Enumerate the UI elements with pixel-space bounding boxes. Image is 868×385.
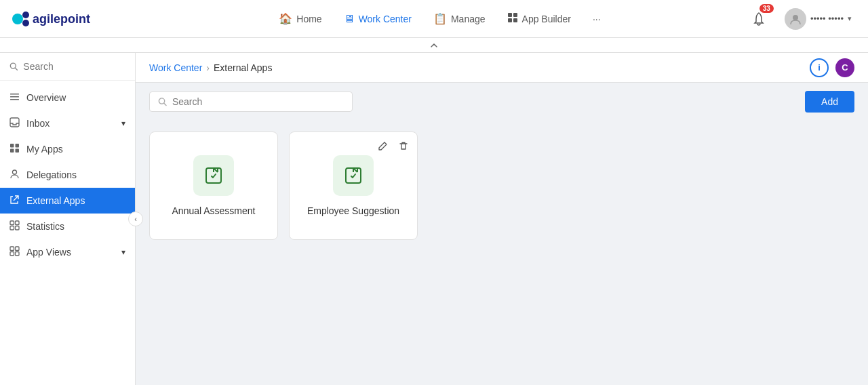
home-icon: 🏠	[279, 12, 292, 25]
cards-area: Annual Assessment	[136, 121, 868, 385]
more-icon: ···	[593, 14, 601, 24]
sidebar-item-appviews[interactable]: App Views ▾	[0, 239, 135, 265]
manage-icon: 📋	[433, 12, 447, 25]
sidebar-item-overview-label: Overview	[26, 92, 66, 103]
sidebar-item-statistics-label: Statistics	[26, 221, 64, 232]
annual-assessment-icon-wrap	[193, 155, 234, 196]
nav-links: 🏠 Home 🖥 Work Center 📋 Manage App Builde…	[133, 7, 747, 31]
svg-point-8	[793, 15, 798, 20]
svg-point-0	[12, 14, 23, 24]
svg-rect-26	[16, 247, 20, 251]
sidebar-item-externalapps-label: External Apps	[26, 195, 85, 206]
svg-rect-28	[16, 252, 20, 256]
nav-more[interactable]: ···	[583, 8, 610, 30]
sidebar-nav: Overview Inbox ▾	[0, 81, 135, 385]
nav-manage-label: Manage	[451, 14, 486, 24]
svg-line-10	[15, 68, 17, 70]
nav-manage[interactable]: 📋 Manage	[424, 7, 495, 31]
appviews-chevron-icon: ▾	[121, 247, 125, 257]
svg-point-1	[22, 12, 29, 18]
chevron-down-icon: ▾	[848, 14, 852, 23]
svg-point-19	[13, 170, 17, 174]
user-avatar-purple[interactable]: C	[835, 58, 854, 77]
svg-rect-15	[10, 144, 14, 148]
delegations-icon	[9, 169, 20, 181]
svg-text:agilepoint: agilepoint	[33, 12, 90, 26]
cards-grid: Annual Assessment	[149, 131, 854, 240]
avatar-initials: C	[842, 62, 848, 73]
svg-rect-16	[16, 144, 20, 148]
nav-right: 33 ••••• ••••• ▾	[747, 5, 857, 33]
collapse-bar[interactable]	[0, 38, 868, 53]
sidebar-item-overview[interactable]: Overview	[0, 85, 135, 110]
sidebar-item-statistics[interactable]: Statistics	[0, 214, 135, 239]
content-search-icon	[158, 97, 167, 106]
svg-rect-25	[10, 247, 14, 251]
logo: agilepoint	[11, 8, 106, 30]
breadcrumb-parent[interactable]: Work Center	[149, 62, 202, 73]
nav-home-label: Home	[296, 14, 321, 24]
sidebar-item-inbox[interactable]: Inbox ▾	[0, 110, 135, 136]
employee-suggestion-label: Employee Suggestion	[307, 205, 399, 216]
nav-appbuilder-label: App Builder	[522, 14, 571, 24]
card-employee-suggestion-actions	[375, 138, 412, 154]
employee-suggestion-icon-wrap	[333, 155, 374, 196]
svg-rect-27	[10, 252, 14, 256]
notification-badge: 33	[760, 4, 774, 13]
appbuilder-icon	[507, 12, 518, 26]
svg-rect-22	[16, 221, 20, 225]
user-name-label: ••••• •••••	[810, 14, 844, 24]
header-actions: i C	[810, 58, 854, 77]
svg-rect-5	[513, 13, 517, 17]
workcenter-icon: 🖥	[344, 13, 355, 25]
info-button[interactable]: i	[810, 58, 829, 77]
content-search-input[interactable]	[172, 96, 344, 107]
user-menu-button[interactable]: ••••• ••••• ▾	[779, 5, 857, 33]
svg-rect-18	[16, 149, 20, 153]
externalapps-icon	[9, 195, 20, 207]
svg-rect-7	[513, 18, 517, 22]
main-content: Work Center › External Apps i C	[136, 53, 868, 385]
sidebar-item-appviews-label: App Views	[26, 247, 71, 258]
add-button[interactable]: Add	[805, 91, 854, 113]
sidebar: Overview Inbox ▾	[0, 53, 136, 385]
svg-rect-12	[10, 96, 19, 98]
avatar	[785, 8, 806, 30]
nav-workcenter-label: Work Center	[359, 14, 412, 24]
sidebar-item-inbox-label: Inbox	[26, 118, 50, 129]
sidebar-search-wrap	[0, 53, 135, 81]
svg-rect-23	[10, 226, 14, 230]
employee-suggestion-icon	[342, 165, 364, 186]
annual-assessment-label: Annual Assessment	[172, 205, 256, 216]
breadcrumb-separator: ›	[206, 62, 210, 73]
sidebar-collapse-toggle[interactable]: ‹	[128, 211, 143, 226]
annual-assessment-icon	[203, 165, 224, 186]
search-bar-row: Add	[136, 83, 868, 121]
breadcrumb: Work Center › External Apps	[149, 62, 272, 73]
sidebar-item-myapps[interactable]: My Apps	[0, 136, 135, 162]
search-icon	[9, 62, 18, 71]
nav-home[interactable]: 🏠 Home	[269, 7, 331, 31]
edit-button[interactable]	[375, 138, 391, 154]
sidebar-item-externalapps[interactable]: External Apps	[0, 188, 135, 214]
card-annual-assessment[interactable]: Annual Assessment	[149, 131, 278, 240]
inbox-chevron-icon: ▾	[121, 119, 125, 128]
card-employee-suggestion[interactable]: Employee Suggestion	[289, 131, 418, 240]
layout: Overview Inbox ▾	[0, 53, 868, 385]
svg-rect-4	[508, 13, 512, 17]
nav-appbuilder[interactable]: App Builder	[498, 7, 580, 31]
svg-point-2	[22, 20, 29, 26]
svg-rect-21	[10, 221, 14, 225]
svg-rect-17	[10, 149, 14, 153]
nav-workcenter[interactable]: 🖥 Work Center	[334, 7, 421, 31]
myapps-icon	[9, 143, 20, 155]
svg-rect-14	[10, 118, 19, 127]
sidebar-search-input[interactable]	[23, 61, 125, 72]
sidebar-item-myapps-label: My Apps	[26, 144, 63, 155]
sidebar-item-delegations-label: Delegations	[26, 169, 77, 180]
notification-button[interactable]: 33	[747, 7, 771, 31]
appviews-icon	[9, 246, 20, 258]
delete-button[interactable]	[395, 138, 412, 154]
sidebar-item-delegations[interactable]: Delegations	[0, 162, 135, 188]
svg-line-30	[164, 103, 166, 105]
